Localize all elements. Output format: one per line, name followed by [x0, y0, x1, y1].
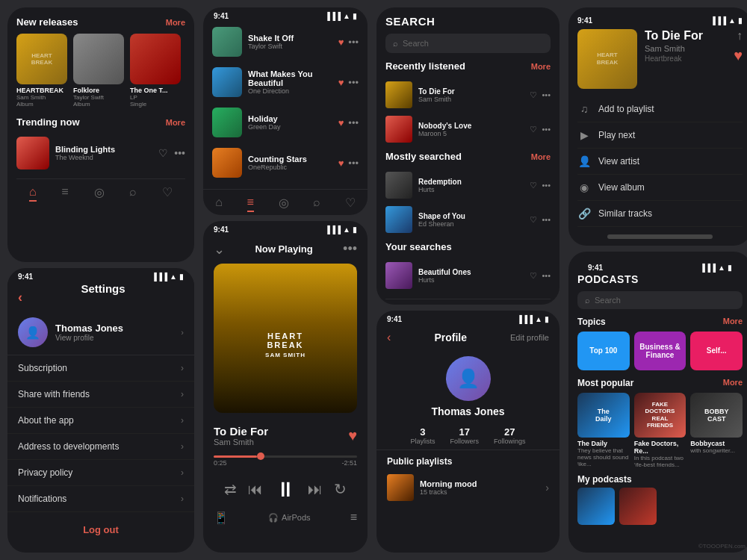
settings-item-about[interactable]: About the app › [7, 408, 194, 434]
next-icon[interactable]: ⏭ [308, 481, 323, 498]
heart-filled-icon[interactable]: ♥ [338, 37, 344, 48]
nav-radio-icon-2[interactable]: ◎ [279, 196, 289, 212]
detail-add-to-playlist[interactable]: ♫ Add to playlist [577, 96, 743, 122]
detail-view-artist[interactable]: 👤 View artist [577, 149, 743, 175]
nav-home-icon[interactable]: ⌂ [29, 185, 37, 202]
heart-icon-5[interactable]: ♡ [530, 90, 537, 100]
progress-dot[interactable] [257, 452, 264, 460]
search-item-shape[interactable]: Shape of You Ed Sheeran ♡ ••• [385, 202, 551, 237]
detail-share-icon[interactable]: ↑ [737, 29, 743, 43]
settings-profile-row[interactable]: 👤 Thomas Jones View profile › [7, 310, 194, 355]
nav-heart-icon-2[interactable]: ♡ [345, 196, 356, 212]
prev-icon[interactable]: ⏮ [248, 481, 263, 498]
detail-play-next[interactable]: ▶ Play next [577, 122, 743, 149]
queue-list-icon[interactable]: ≡ [350, 511, 357, 524]
repeat-icon[interactable]: ↻ [334, 480, 347, 498]
stat-followers-num: 17 [450, 426, 479, 438]
settings-item-privacy[interactable]: Privacy policy › [7, 460, 194, 486]
topic-business[interactable]: Business & Finance [634, 332, 686, 370]
nav-heart-icon[interactable]: ♡ [162, 185, 173, 202]
heart-filled-icon-4[interactable]: ♥ [338, 158, 344, 169]
podcast-card-fakedoctors[interactable]: FAKEDOCTORSREALFRIENDS Fake Doctors, Re.… [634, 393, 686, 468]
new-releases-more[interactable]: More [166, 18, 185, 27]
podcast-search-bar[interactable]: ⌕ Search [577, 291, 743, 309]
progress-current: 0:25 [214, 459, 227, 467]
playlist-item-morning[interactable]: Morning mood 15 tracks › [376, 470, 560, 505]
album-card-heartbreak[interactable]: HEARTBREAK HEARTBREAK Sam Smith Album [16, 34, 67, 108]
nav-list-icon[interactable]: ≡ [61, 185, 68, 202]
recently-more[interactable]: More [531, 62, 551, 71]
song-item-wmyb[interactable]: What Makes You Beautiful One Direction ♥… [203, 62, 368, 102]
heart-filled-icon-2[interactable]: ♥ [338, 77, 344, 88]
nav-home-icon-2[interactable]: ⌂ [215, 196, 223, 212]
more-icon[interactable]: ••• [174, 147, 185, 159]
heart-icon[interactable]: ♡ [158, 147, 168, 159]
more-icon-7[interactable]: ••• [542, 181, 551, 190]
np-more-icon[interactable]: ••• [343, 241, 357, 257]
nav-list-icon-2[interactable]: ≡ [247, 196, 254, 212]
my-podcast-thumb-2[interactable] [619, 488, 657, 525]
detail-heart-icon[interactable]: ♥ [734, 47, 743, 64]
search-item-beautiful[interactable]: Beautiful Ones Hurts ♡ ••• [385, 258, 551, 293]
logout-button[interactable]: Log out [7, 512, 194, 547]
np-heart-icon[interactable]: ♥ [348, 427, 357, 444]
more-icon-5[interactable]: ••• [542, 90, 551, 100]
settings-view-profile[interactable]: View profile [55, 334, 123, 342]
album-type-heartbreak: Album [16, 101, 67, 108]
heart-icon-8[interactable]: ♡ [530, 215, 537, 225]
heart-icon-9[interactable]: ♡ [530, 271, 537, 281]
settings-item-subscription[interactable]: Subscription › [7, 355, 194, 382]
nav-search-icon[interactable]: ⌕ [129, 185, 137, 202]
more-dots-icon[interactable]: ••• [348, 37, 359, 48]
settings-item-address[interactable]: Address to developments › [7, 434, 194, 460]
profile-back-button[interactable]: ‹ [387, 331, 391, 344]
more-icon-9[interactable]: ••• [542, 271, 551, 281]
search-item-nobodys[interactable]: Nobody's Love Maroon 5 ♡ ••• [385, 112, 551, 146]
more-icon-6[interactable]: ••• [542, 125, 551, 134]
trending-more[interactable]: More [166, 118, 185, 127]
search-item-diefor[interactable]: To Die For Sam Smith ♡ ••• [385, 78, 551, 112]
podcast-card-daily[interactable]: TheDaily The Daily They believe that new… [577, 393, 630, 468]
trending-item-blinding[interactable]: Blinding Lights The Weeknd ♡ ••• [16, 134, 185, 172]
play-pause-button[interactable]: ⏸ [275, 477, 296, 502]
album-card-folklore[interactable]: Folklore Taylor Swift Album [73, 34, 124, 108]
popular-more[interactable]: More [723, 378, 743, 388]
more-dots-icon-3[interactable]: ••• [348, 117, 359, 128]
song-item-holiday[interactable]: Holiday Green Day ♥ ••• [203, 102, 368, 143]
podcast-card-bobby[interactable]: BOBBYCAST Bobbycast with songwriter... [690, 393, 743, 468]
topic-self[interactable]: Self... [690, 332, 743, 370]
trending-actions: ♡ ••• [158, 147, 185, 159]
heart-filled-icon-3[interactable]: ♥ [338, 117, 344, 128]
more-icon-8[interactable]: ••• [542, 215, 551, 225]
heart-icon-7[interactable]: ♡ [530, 181, 537, 190]
song-item-shake[interactable]: Shake It Off Taylor Swift ♥ ••• [203, 22, 368, 62]
song-item-counting[interactable]: Counting Stars OneRepublic ♥ ••• [203, 143, 368, 183]
nav-radio-icon[interactable]: ◎ [94, 185, 105, 202]
search-bottom-nav: ⌂ ≡ ◎ ⌕ ♡ [385, 299, 551, 305]
device-icon[interactable]: 📱 [214, 511, 229, 525]
more-dots-icon-2[interactable]: ••• [348, 77, 359, 88]
nav-search-icon-2[interactable]: ⌕ [313, 196, 320, 212]
settings-item-notifications[interactable]: Notifications › [7, 486, 194, 512]
settings-item-share[interactable]: Share with friends › [7, 382, 194, 408]
search-item-redemption[interactable]: Redemption Hurts ♡ ••• [385, 168, 551, 202]
detail-view-album[interactable]: ◉ View album [577, 175, 743, 201]
progress-track[interactable] [214, 455, 357, 458]
airpods-button[interactable]: 🎧 AirPods [268, 513, 311, 523]
detail-similar-tracks[interactable]: 🔗 Similar tracks [577, 201, 743, 227]
heart-icon-6[interactable]: ♡ [530, 125, 537, 134]
shuffle-icon[interactable]: ⇄ [224, 480, 237, 498]
more-dots-icon-4[interactable]: ••• [348, 158, 359, 169]
album-card-lp[interactable]: The One T... LP Single [130, 34, 181, 108]
profile-edit-button[interactable]: Edit profile [510, 333, 549, 342]
podcasts-status-bar: 9:41 ▐▐▐ ▲ ▮ [577, 259, 743, 273]
topic-top100[interactable]: Top 100 [577, 332, 630, 370]
progress-bar[interactable]: 0:25 -2:51 [214, 455, 357, 467]
np-back-chevron-icon[interactable]: ⌄ [214, 241, 225, 258]
wifi-icon: ▲ [343, 12, 350, 20]
mostly-more[interactable]: More [531, 152, 551, 161]
my-podcast-thumb-1[interactable] [577, 488, 615, 525]
podcast-name-fakedoctors: Fake Doctors, Re... [634, 440, 686, 455]
topics-more[interactable]: More [723, 317, 743, 327]
search-bar[interactable]: ⌕ Search [385, 34, 551, 53]
